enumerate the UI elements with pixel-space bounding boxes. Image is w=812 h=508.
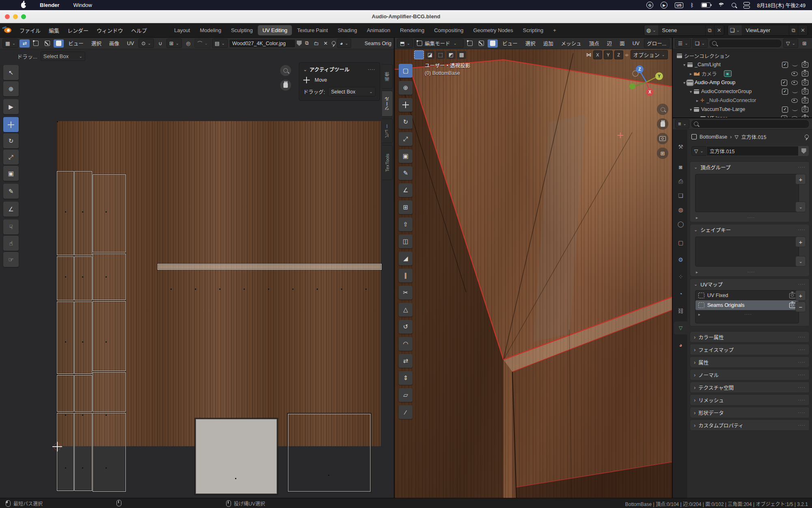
tab-material[interactable]: ◕ [674, 339, 687, 352]
window-menu[interactable]: Window [73, 2, 92, 8]
disable-render-icon[interactable] [802, 116, 808, 118]
select-subtract-button[interactable]: ⬚ [436, 51, 445, 59]
subpanel-expand-icon[interactable] [696, 215, 698, 220]
section-color-attributes[interactable]: カラー属性···· [690, 331, 810, 343]
tool-measure-button[interactable]: ∠ [3, 202, 19, 217]
navigation-gizmo[interactable]: Z Y X [626, 64, 669, 102]
vp-tool-smooth[interactable]: ◠ [399, 337, 412, 351]
uv-snap-target-dropdown[interactable]: ⊞ [166, 39, 182, 48]
select-new-button[interactable] [414, 50, 424, 59]
uv-island-wood-square[interactable] [287, 413, 371, 493]
workspace-tab-compositing[interactable]: Compositing [430, 25, 468, 35]
apple-menu-icon[interactable] [21, 2, 26, 8]
uv-image-menu[interactable]: 画像 [106, 38, 123, 48]
mirror-x-button[interactable]: X [593, 50, 602, 59]
shape-keys-title[interactable]: シェイプキー [700, 226, 731, 234]
vertex-groups-title[interactable]: 頂点グループ [700, 163, 730, 171]
uv-image-name-field[interactable]: Wood027_4K_Color.jpg [229, 39, 296, 48]
vp-tool-cursor[interactable]: ⊕ [399, 81, 412, 95]
vp-select-menu[interactable]: 選択 [522, 38, 539, 48]
uv-select-edge-button[interactable] [42, 39, 52, 48]
vertex-group-specials-button[interactable] [795, 202, 806, 212]
outliner-row-null-audio-connector[interactable]: ✛ _Null-AudioConnector [673, 96, 812, 105]
editor-type-uv-button[interactable]: ▦ [2, 39, 18, 48]
add-vertex-group-button[interactable] [795, 174, 806, 185]
list-expand-icon[interactable] [698, 311, 700, 317]
uv-map-row-uv-fixed[interactable]: UV Fixed [695, 291, 799, 300]
view-layer-name[interactable]: ViewLayer [742, 27, 789, 33]
tool-tweak-button[interactable]: ↖ [3, 65, 19, 80]
vp-vertex-menu[interactable]: 頂点 [586, 38, 603, 48]
datablock-name-field[interactable]: 立方体.015 [706, 146, 799, 156]
hide-eye-icon[interactable] [792, 63, 798, 66]
mirror-z-button[interactable]: Z [614, 50, 623, 59]
vp-tool-move[interactable] [399, 98, 412, 112]
fake-user-shield-icon[interactable] [297, 41, 302, 46]
hide-eye-icon[interactable] [791, 80, 798, 85]
vp-face-menu[interactable]: 面 [616, 38, 628, 48]
hide-eye-icon[interactable] [792, 90, 798, 93]
gizmo-minus-y-axis[interactable] [629, 83, 635, 89]
outliner-row-vt-inner[interactable]: VT-Inner [673, 114, 812, 117]
close-window-button[interactable] [5, 14, 10, 19]
uv-image-browse-dropdown[interactable]: ▤ [212, 39, 228, 48]
vp-view-menu[interactable]: ビュー [499, 38, 521, 48]
exclude-checkbox[interactable] [782, 106, 788, 113]
tab-view-layer[interactable]: ❏ [674, 189, 687, 202]
vp-tool-extrude[interactable]: ⇧ [399, 217, 412, 231]
exclude-checkbox[interactable] [781, 80, 787, 86]
uv-island[interactable] [93, 254, 126, 300]
exclude-checkbox[interactable] [781, 115, 787, 118]
uv-sync-selection-toggle[interactable]: ⇄ [19, 39, 30, 48]
tool-transform-button[interactable]: ▣ [3, 166, 19, 181]
collapse-icon[interactable] [694, 281, 698, 287]
uv-island[interactable] [74, 171, 92, 255]
tool-grab-button[interactable]: ☟ [3, 219, 19, 234]
outliner-row-audio-amp-group[interactable]: Audio-Amp Group [673, 78, 812, 87]
uv-uv-menu[interactable]: UV [124, 39, 137, 48]
uv-island[interactable] [74, 302, 92, 374]
blender-logo-icon[interactable] [4, 28, 11, 33]
hide-eye-icon[interactable] [791, 72, 798, 76]
disable-render-icon[interactable] [802, 89, 808, 94]
subpanel-expand-icon[interactable] [696, 269, 698, 275]
uv-island[interactable] [57, 302, 74, 374]
mesh-browse-dropdown[interactable]: ▽ [691, 146, 706, 156]
breadcrumb-object[interactable]: BottomBase [700, 134, 727, 140]
mode-dropdown[interactable]: 編集モード [414, 39, 464, 48]
outliner-row-audio-connector-group[interactable]: AudioConnectorGroup [673, 87, 812, 96]
select-extend-button[interactable]: ◪ [425, 51, 434, 59]
minimize-window-button[interactable] [13, 14, 18, 19]
vp-tool-rip-region[interactable]: ∕ [399, 405, 412, 419]
section-attributes[interactable]: 属性···· [690, 356, 810, 368]
section-face-maps[interactable]: フェイスマップ···· [690, 344, 810, 355]
workspace-tab-sculpting[interactable]: Sculpting [227, 25, 257, 35]
tool-move-button[interactable] [3, 117, 19, 132]
uv-2d-cursor[interactable] [54, 443, 61, 450]
pin-icon[interactable] [331, 41, 336, 46]
workspace-tab-modeling[interactable]: Modeling [195, 25, 226, 35]
play-status-icon[interactable]: ▶ [661, 2, 667, 9]
section-custom-properties[interactable]: カスタムプロパティ···· [690, 419, 810, 431]
add-workspace-button[interactable]: + [549, 25, 561, 35]
uv-pan-button[interactable] [280, 80, 291, 91]
vp-tool-knife[interactable]: ✂ [399, 286, 412, 300]
section-remesh[interactable]: リメッシュ···· [690, 394, 810, 406]
viewport-canvas[interactable]: ユーザー・透視投影 (0) BottomBase ▢ ⊕ ↻ ⤢ ▣ ✎ ∠ ⊞… [395, 49, 672, 498]
proportional-snap-icon[interactable]: ⌯ [625, 52, 629, 58]
uv-falloff-dropdown[interactable]: ⌒ [194, 39, 211, 48]
uv-island[interactable] [93, 413, 126, 492]
outliner-filter-dropdown[interactable]: ▽ [783, 39, 798, 48]
uv-map-render-off-icon[interactable] [789, 293, 796, 298]
tab-scene[interactable]: ◍ [674, 203, 687, 216]
uv-island[interactable] [93, 301, 126, 371]
file-menu[interactable]: ファイル [15, 25, 45, 36]
uv-view-menu[interactable]: ビュー [65, 38, 87, 48]
tab-object[interactable]: ▢ [674, 236, 687, 249]
pin-id-icon[interactable] [804, 134, 809, 140]
select-mode-edge-button[interactable] [476, 39, 486, 48]
tool-scale-button[interactable]: ⤢ [3, 150, 19, 165]
expand-icon[interactable] [690, 71, 692, 76]
battery-icon[interactable] [701, 2, 710, 8]
panel-grip-icon[interactable]: ···· [798, 282, 806, 287]
